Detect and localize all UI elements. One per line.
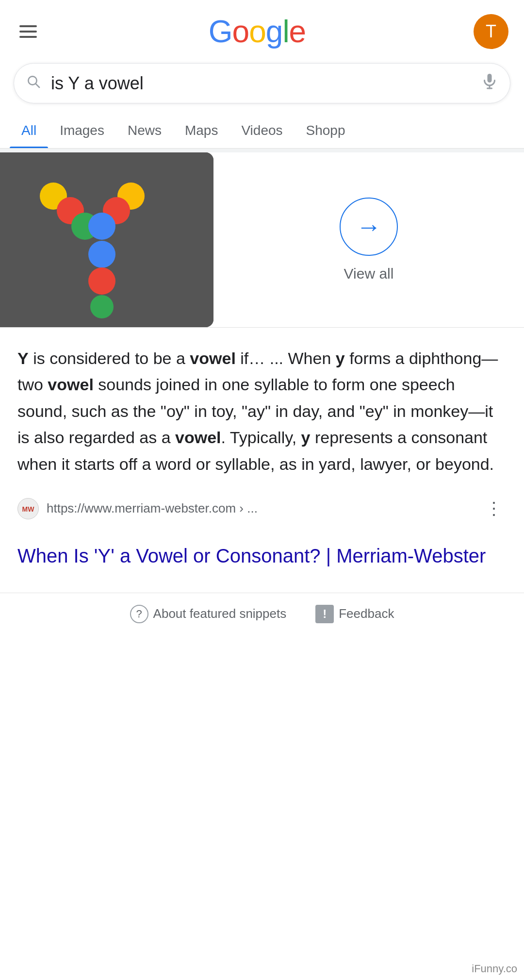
search-icon — [26, 74, 41, 93]
user-avatar[interactable]: T — [474, 14, 508, 49]
svg-text:MW: MW — [22, 505, 35, 513]
view-all-area: → View all — [213, 188, 524, 292]
feedback-label: Feedback — [339, 606, 394, 621]
search-query-text[interactable]: is Y a vowel — [51, 73, 481, 94]
tab-shopping[interactable]: Shopp — [295, 113, 357, 148]
result-title[interactable]: When Is 'Y' a Vowel or Consonant? | Merr… — [17, 542, 507, 569]
svg-point-14 — [90, 295, 114, 318]
images-section: → View all — [0, 152, 524, 327]
svg-rect-2 — [488, 74, 492, 83]
feedback-item[interactable]: ! Feedback — [315, 605, 394, 623]
svg-point-13 — [88, 267, 115, 295]
tab-news[interactable]: News — [116, 113, 173, 148]
logo-letter-o2: o — [249, 14, 266, 50]
tab-all[interactable]: All — [10, 113, 48, 148]
source-favicon: MW — [17, 498, 39, 519]
source-url: https://www.merriam-webster.com › ... — [47, 501, 258, 516]
hamburger-menu[interactable] — [16, 21, 41, 42]
view-all-label[interactable]: View all — [344, 266, 394, 282]
y-letter-image[interactable] — [0, 152, 213, 327]
source-left: MW https://www.merriam-webster.com › ... — [17, 498, 258, 519]
featured-snippet: Y is considered to be a vowel if… ... Wh… — [0, 328, 524, 536]
header: Google T — [0, 0, 524, 57]
logo-letter-l: l — [282, 14, 289, 50]
logo-letter-g2: g — [266, 14, 283, 50]
bottom-bar: ? About featured snippets ! Feedback — [0, 593, 524, 631]
feedback-icon: ! — [315, 605, 334, 623]
google-logo: Google — [209, 14, 306, 50]
logo-letter-g: G — [209, 14, 232, 50]
section-divider-top — [0, 149, 524, 152]
menu-line-1 — [19, 25, 37, 27]
view-all-button[interactable]: → — [340, 198, 398, 256]
svg-point-11 — [88, 213, 115, 240]
snippet-text: Y is considered to be a vowel if… ... Wh… — [17, 345, 507, 477]
voice-search-icon[interactable] — [481, 72, 498, 94]
arrow-right-icon: → — [356, 212, 381, 241]
tab-videos[interactable]: Videos — [229, 113, 294, 148]
menu-line-2 — [19, 31, 37, 33]
tab-images[interactable]: Images — [48, 113, 116, 148]
about-snippets-item[interactable]: ? About featured snippets — [130, 605, 287, 623]
more-options-icon[interactable]: ⋮ — [481, 495, 507, 523]
svg-line-1 — [36, 83, 39, 87]
svg-point-12 — [88, 241, 115, 268]
logo-letter-e: e — [289, 14, 306, 50]
about-snippets-label: About featured snippets — [153, 606, 287, 621]
search-bar-container: is Y a vowel — [0, 57, 524, 107]
tab-maps[interactable]: Maps — [173, 113, 229, 148]
search-bar[interactable]: is Y a vowel — [14, 63, 510, 103]
result-link: When Is 'Y' a Vowel or Consonant? | Merr… — [0, 536, 524, 569]
menu-line-3 — [19, 36, 37, 38]
source-row: MW https://www.merriam-webster.com › ...… — [17, 495, 507, 523]
info-icon: ? — [130, 605, 148, 623]
watermark: iFunny.co — [469, 962, 520, 976]
search-tabs: All Images News Maps Videos Shopp — [0, 113, 524, 149]
logo-letter-o1: o — [232, 14, 249, 50]
